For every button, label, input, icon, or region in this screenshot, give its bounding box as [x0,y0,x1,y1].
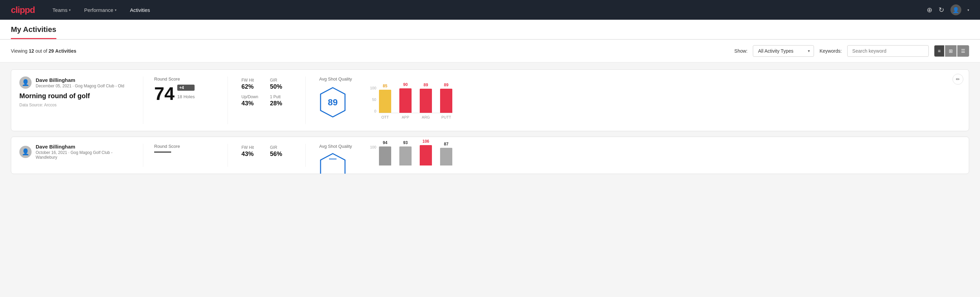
avatar-2: 👤 [19,146,32,158]
navbar: clippd Teams ▾ Performance ▾ Activities … [0,0,980,20]
app-bar-group: 90 [399,82,412,113]
chevron-down-icon: ▾ [115,8,116,12]
arg-value-2: 106 [422,139,429,144]
user-date: December 05, 2021 · Gog Magog Golf Club … [36,84,124,88]
updown-stat: Up/Down 43% [242,94,263,107]
user-info: Dave Billingham December 05, 2021 · Gog … [36,77,124,88]
card-chart-2: 100 94 93 106 87 [361,144,961,167]
card-score: Round Score 74 +4 18 Holes [151,77,220,124]
gir-label: GIR [270,78,292,83]
user-info-2: Dave Billingham October 16, 2021 · Gog M… [36,144,127,160]
gir-stat-2: GIR 56% [270,145,292,158]
hex-number-2: — [329,154,337,163]
app-bar [399,88,412,113]
hexagon: 89 [319,87,346,118]
main-content: ✏ 👤 Dave Billingham December 05, 2021 · … [0,62,980,181]
arg-label: ARG [420,115,432,119]
nav-icons: ⊕ ↻ 👤 ▾ [927,5,969,15]
grid-view-icon: ⊞ [949,48,953,54]
logo[interactable]: clippd [11,5,35,15]
card-left-2: 👤 Dave Billingham October 16, 2021 · Gog… [19,144,135,167]
nav-performance-label: Performance [84,7,113,13]
avatar-person-icon: 👤 [22,148,29,156]
score-badge: +4 [177,85,194,91]
nav-activities-label: Activities [130,7,150,13]
view-grid-button[interactable]: ⊞ [945,45,956,57]
ott-bar [379,90,391,113]
card-divider-2b [228,144,228,167]
one-putt-stat: 1 Putt 28% [270,94,292,107]
list-view-icon: ≡ [938,48,940,54]
score-holes: 18 Holes [177,94,194,99]
arg-bar-2 [420,145,432,166]
avatar: 👤 [19,77,32,89]
card-score-2: Round Score [151,144,220,167]
card-divider [143,77,143,124]
app-value: 90 [403,82,407,87]
ott-bar-2 [379,147,391,166]
ott-bar-group-2: 94 [379,141,391,166]
activity-card-2: 👤 Dave Billingham October 16, 2021 · Gog… [11,137,969,174]
viewing-text: Viewing 12 out of 29 Activities [11,48,76,54]
activity-type-select[interactable]: All Activity Types [753,45,814,57]
putt-bar-group-2: 87 [440,142,452,166]
compact-view-icon: ☰ [961,48,966,54]
score-number: 74 [154,84,175,103]
add-icon[interactable]: ⊕ [927,6,932,14]
keywords-label: Keywords: [819,48,842,54]
card-stats-2: FW Hit 43% GIR 56% [236,144,297,167]
one-putt-value: 28% [270,100,292,107]
round-score-label-2: Round Score [154,144,216,149]
card-quality: Avg Shot Quality 89 [314,77,361,124]
view-list-button[interactable]: ≡ [934,45,944,57]
keyword-input[interactable] [847,45,929,57]
arg-bar-group: 89 [420,83,432,113]
chevron-down-icon: ▾ [69,8,71,12]
nav-activities[interactable]: Activities [129,0,151,20]
nav-performance[interactable]: Performance ▾ [83,0,118,20]
page-header: My Activities [0,20,980,40]
nav-teams-label: Teams [52,7,68,13]
ott-bar-group: 85 [379,84,391,113]
card-divider [228,77,228,124]
gir-value-2: 56% [270,150,292,158]
ott-value: 85 [383,84,387,88]
app-value-2: 93 [403,141,407,145]
score-display: 74 +4 18 Holes [154,84,216,103]
view-buttons: ≡ ⊞ ☰ [934,45,969,57]
updown-value: 43% [242,100,263,107]
card-chart: 100 50 0 85 90 [361,77,961,124]
gir-stat: GIR 50% [270,78,292,90]
fw-hit-label-2: FW Hit [242,145,263,150]
one-putt-label: 1 Putt [270,94,292,99]
avg-shot-quality-label: Avg Shot Quality [319,77,352,81]
putt-value: 89 [444,83,448,87]
arg-bar-group-2: 106 [420,139,432,166]
round-score-label: Round Score [154,77,216,81]
gir-label-2: GIR [270,145,292,150]
fw-hit-label: FW Hit [242,78,263,83]
stats-grid: FW Hit 62% GIR 50% Up/Down 43% 1 Putt 28… [242,78,292,107]
y-label-100-2: 100 [370,145,376,149]
putt-bar [440,89,452,113]
putt-value-2: 87 [444,142,448,147]
fw-hit-value: 62% [242,83,263,90]
user-name: Dave Billingham [36,77,124,83]
nav-teams[interactable]: Teams ▾ [51,0,72,20]
viewing-total: 29 [49,48,54,54]
fw-hit-value-2: 43% [242,150,263,158]
page-title: My Activities [11,25,56,39]
refresh-icon[interactable]: ↻ [939,6,944,14]
view-compact-button[interactable]: ☰ [957,45,969,57]
app-label: APP [399,115,412,119]
avatar-chevron-icon: ▾ [967,8,969,12]
avatar[interactable]: 👤 [950,5,961,15]
filter-bar: Viewing 12 out of 29 Activities Show: Al… [0,40,980,62]
fw-hit-stat: FW Hit 62% [242,78,263,90]
y-label-50: 50 [367,97,376,102]
avatar-icon: 👤 [953,7,959,13]
card-divider [305,77,305,124]
updown-label: Up/Down [242,94,263,99]
viewing-suffix: Activities [55,48,76,54]
y-label-0: 0 [367,109,376,113]
